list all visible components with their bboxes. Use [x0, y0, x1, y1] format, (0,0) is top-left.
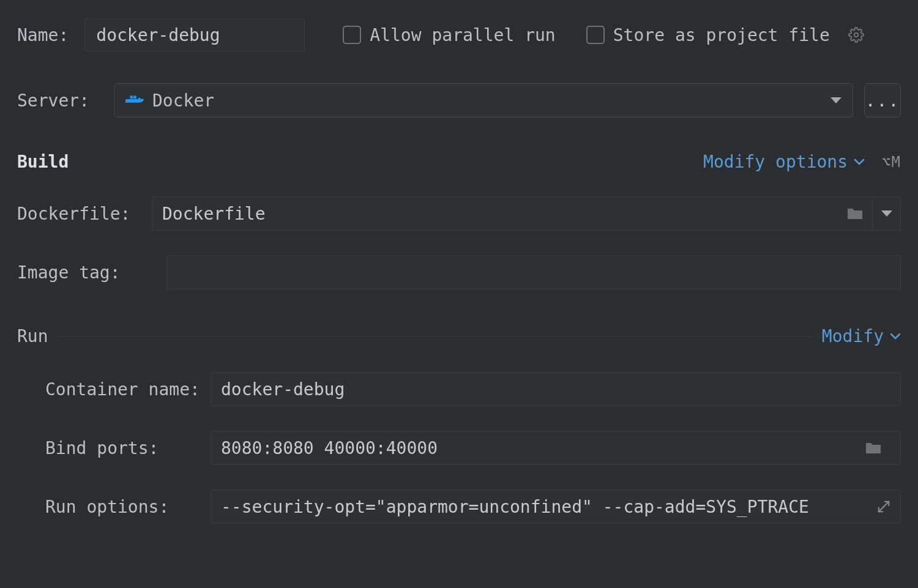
folder-icon[interactable]	[846, 207, 864, 220]
server-dropdown[interactable]: Docker	[114, 83, 853, 117]
svg-point-0	[854, 33, 859, 37]
run-options-label: Run options:	[17, 497, 211, 517]
run-options-value: --security-opt="apparmor=unconfined" --c…	[221, 497, 871, 517]
chevron-down-icon	[890, 333, 901, 340]
container-name-input[interactable]: docker-debug	[211, 372, 901, 406]
server-label: Server:	[17, 91, 103, 111]
dockerfile-value: Dockerfile	[162, 204, 846, 224]
store-project-label: Store as project file	[613, 25, 830, 45]
allow-parallel-label: Allow parallel run	[370, 25, 555, 45]
run-options-input[interactable]: --security-opt="apparmor=unconfined" --c…	[211, 489, 901, 524]
svg-rect-5	[133, 96, 136, 99]
shortcut-hint: ⌥M	[882, 154, 901, 171]
container-name-label: Container name:	[17, 379, 211, 400]
chevron-down-icon	[854, 158, 865, 166]
run-heading: Run	[17, 326, 48, 346]
chevron-down-icon	[830, 97, 842, 103]
chevron-down-icon	[881, 210, 892, 217]
server-browse-button[interactable]: ...	[864, 83, 901, 117]
bind-ports-label: Bind ports:	[17, 438, 211, 458]
imagetag-input[interactable]	[166, 255, 901, 289]
expand-icon[interactable]	[877, 500, 890, 513]
server-value: Docker	[152, 91, 214, 111]
checkbox-icon	[586, 26, 605, 44]
imagetag-label: Image tag:	[17, 262, 152, 283]
build-heading: Build	[17, 152, 69, 172]
bind-ports-input[interactable]: 8080:8080 40000:40000	[211, 431, 901, 465]
run-modify-link[interactable]: Modify	[822, 326, 884, 346]
dockerfile-input[interactable]: Dockerfile	[152, 196, 901, 231]
folder-icon[interactable]	[865, 441, 882, 455]
name-label: Name:	[17, 25, 69, 45]
docker-icon	[125, 93, 144, 108]
dockerfile-history-dropdown[interactable]	[872, 197, 900, 230]
gear-icon[interactable]	[848, 27, 864, 43]
checkbox-icon	[343, 26, 361, 44]
bind-ports-value: 8080:8080 40000:40000	[221, 438, 865, 458]
svg-rect-4	[130, 96, 133, 99]
container-name-value: docker-debug	[221, 379, 345, 400]
divider	[59, 336, 811, 337]
allow-parallel-checkbox[interactable]: Allow parallel run	[343, 25, 555, 45]
dockerfile-label: Dockerfile:	[17, 204, 152, 224]
modify-options-link[interactable]: Modify options	[703, 152, 848, 172]
name-input[interactable]: docker-debug	[84, 18, 305, 51]
store-project-checkbox[interactable]: Store as project file	[586, 25, 830, 45]
